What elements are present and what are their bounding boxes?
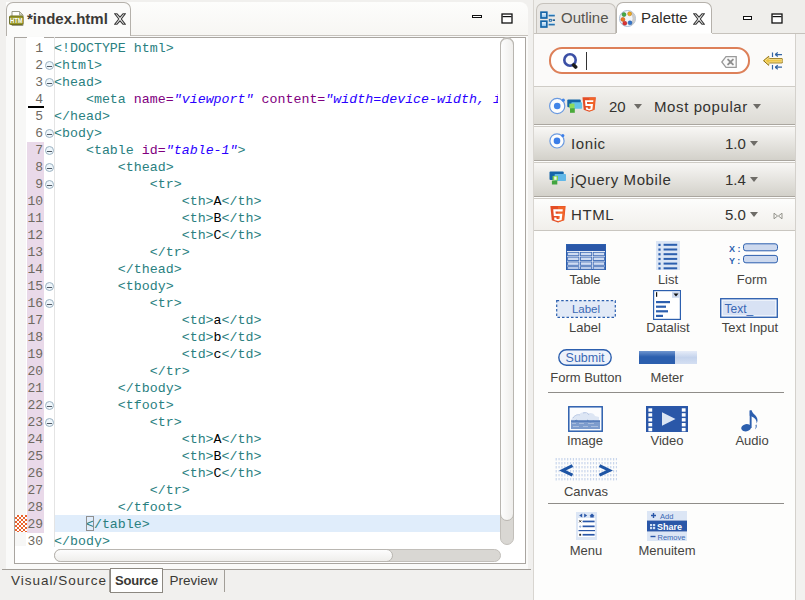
svg-text:Share: Share [657, 522, 682, 532]
svg-text:Add: Add [660, 512, 673, 521]
svg-text:Submit: Submit [566, 351, 605, 365]
svg-text:Y :: Y : [729, 256, 740, 265]
svg-text:Remove: Remove [658, 533, 686, 542]
svg-text:Label: Label [572, 303, 600, 315]
svg-text:Text_: Text_ [725, 302, 754, 316]
svg-text:HTM: HTM [10, 17, 23, 24]
svg-text:X :: X : [729, 244, 741, 254]
